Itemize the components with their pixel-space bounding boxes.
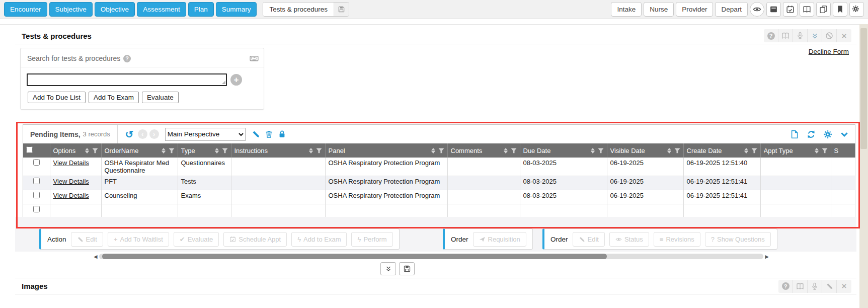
col-ordername[interactable]: OrderName (105, 147, 162, 155)
sort-icon[interactable] (309, 148, 313, 153)
keyboard-icon[interactable] (250, 54, 259, 63)
sort-icon[interactable] (591, 148, 595, 153)
grid-settings-gear-icon[interactable] (821, 128, 834, 141)
provider-button[interactable]: Provider (676, 2, 713, 17)
scrollbar-thumb[interactable] (102, 254, 607, 259)
tab-plan[interactable]: Plan (188, 2, 214, 17)
row-checkbox[interactable] (33, 159, 40, 166)
col-panel[interactable]: Panel (329, 147, 431, 155)
undo-icon[interactable]: ↺ (123, 128, 136, 141)
expand-more-button[interactable] (380, 262, 396, 275)
schedule-appt-button[interactable]: Schedule Appt (223, 232, 287, 247)
eye-button[interactable] (750, 2, 764, 17)
scrollbar-thumb[interactable] (860, 28, 867, 149)
row-checkbox[interactable] (33, 206, 40, 212)
row-checkbox[interactable] (33, 178, 40, 184)
book-button[interactable] (800, 2, 814, 17)
help-icon[interactable]: ? (778, 280, 793, 293)
sort-icon[interactable] (85, 148, 89, 153)
close-icon[interactable]: × (837, 29, 851, 42)
add-plus-button[interactable]: + (230, 74, 242, 86)
microphone-icon[interactable] (793, 29, 808, 42)
bookmark-button[interactable] (833, 2, 847, 17)
requisition-button[interactable]: Requisition (473, 232, 526, 247)
filter-icon[interactable] (511, 148, 517, 153)
sort-icon[interactable] (744, 148, 748, 153)
filter-icon[interactable] (438, 148, 444, 153)
row-checkbox[interactable] (33, 192, 40, 198)
col-visible-date[interactable]: Visible Date (610, 147, 667, 155)
tab-objective[interactable]: Objective (95, 2, 135, 17)
filter-icon[interactable] (169, 148, 175, 153)
col-appt-type[interactable]: Appt Type (764, 147, 815, 155)
filter-icon[interactable] (751, 148, 757, 153)
save-tab-button[interactable] (334, 3, 349, 16)
nav-forward-icon[interactable]: › (149, 129, 159, 139)
filter-icon[interactable] (222, 148, 228, 153)
view-details-link[interactable]: View Details (53, 159, 89, 167)
intake-button[interactable]: Intake (611, 2, 642, 17)
filter-icon[interactable] (674, 148, 680, 153)
add-to-due-list-button[interactable]: Add To Due List (28, 92, 86, 103)
microphone-icon[interactable] (808, 280, 822, 293)
calendar-button[interactable] (783, 2, 798, 17)
col-type[interactable]: Type (181, 147, 215, 155)
refresh-icon[interactable] (805, 128, 818, 141)
revisions-button[interactable]: ≡ Revisions (654, 232, 700, 247)
add-to-exam-button[interactable]: Add To Exam (89, 92, 139, 103)
edit-button[interactable]: Edit (71, 232, 103, 247)
col-instructions[interactable]: Instructions (234, 147, 309, 155)
perform-button[interactable]: ϟ Perform (351, 232, 392, 247)
sort-icon[interactable] (667, 148, 671, 153)
search-help-icon[interactable]: ? (123, 55, 131, 62)
scroll-left-arrow[interactable]: ◂ (92, 253, 99, 260)
collapse-grid-chevron-icon[interactable] (838, 128, 851, 141)
select-all-checkbox[interactable] (26, 146, 33, 153)
close-icon[interactable]: × (837, 280, 851, 293)
copy-button[interactable] (816, 2, 831, 17)
tab-summary[interactable]: Summary (216, 2, 257, 17)
lock-icon[interactable] (276, 128, 289, 141)
sort-icon[interactable] (215, 148, 219, 153)
sort-icon[interactable] (504, 148, 508, 153)
collapse-double-chevron-icon[interactable] (808, 29, 822, 42)
status-button[interactable]: Status (609, 232, 649, 247)
nav-back-icon[interactable]: ‹ (138, 129, 147, 139)
save-section-button[interactable] (399, 262, 415, 275)
col-due-date[interactable]: Due Date (523, 147, 591, 155)
tab-tests-procedures[interactable]: Tests & procedures (263, 3, 334, 16)
block-icon[interactable] (822, 29, 837, 42)
scroll-right-arrow[interactable]: ▸ (763, 253, 770, 260)
perspective-select[interactable]: Main Perspective (165, 128, 246, 141)
show-questions-button[interactable]: ? Show Questions (705, 232, 771, 247)
book-icon[interactable] (778, 29, 793, 42)
new-document-icon[interactable] (788, 128, 801, 141)
tab-assessment[interactable]: Assessment (137, 2, 186, 17)
col-create-date[interactable]: Create Date (687, 147, 744, 155)
col-comments[interactable]: Comments (451, 147, 504, 155)
col-options[interactable]: Options (53, 147, 85, 155)
sort-icon[interactable] (815, 148, 819, 153)
book-icon[interactable] (793, 280, 808, 293)
col-clipped[interactable]: S (834, 147, 852, 155)
decline-form-link[interactable]: Decline Form (809, 48, 849, 55)
filter-icon[interactable] (822, 148, 828, 153)
delete-perspective-trash-icon[interactable] (263, 128, 276, 141)
settings-button[interactable] (849, 2, 864, 17)
nurse-button[interactable]: Nurse (644, 2, 674, 17)
sort-icon[interactable] (162, 148, 166, 153)
filter-icon[interactable] (598, 148, 604, 153)
sort-icon[interactable] (431, 148, 435, 153)
tab-subjective[interactable]: Subjective (49, 2, 93, 17)
depart-button[interactable]: Depart (715, 2, 748, 17)
search-input[interactable] (27, 73, 227, 86)
help-icon[interactable]: ? (764, 29, 778, 42)
add-to-waitlist-button[interactable]: + Add To Waitlist (108, 232, 169, 247)
archive-button[interactable] (766, 2, 781, 17)
order-edit-button[interactable]: Edit (573, 232, 605, 247)
view-details-link[interactable]: View Details (53, 178, 89, 185)
filter-icon[interactable] (92, 148, 98, 153)
evaluate-action-button[interactable]: ✔ Evaluate (174, 232, 219, 247)
tab-encounter[interactable]: Encounter (4, 2, 47, 17)
filter-icon[interactable] (316, 148, 322, 153)
